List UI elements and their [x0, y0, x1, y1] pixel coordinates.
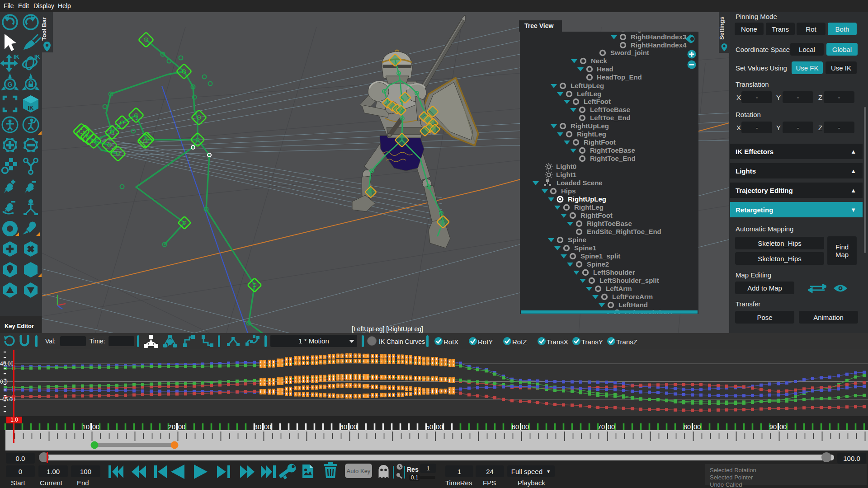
svg-text:Spine1: Spine1 — [574, 244, 596, 252]
svg-text:00: 00 — [436, 423, 443, 430]
svg-text:70: 70 — [598, 423, 605, 430]
svg-text:RightHandIndex4: RightHandIndex4 — [631, 41, 687, 49]
svg-text:RightToeBase: RightToeBase — [590, 146, 635, 154]
svg-text:Neck: Neck — [591, 57, 608, 65]
svg-text:LeftUpLeg: LeftUpLeg — [571, 82, 604, 89]
svg-text:LeftForeArm: LeftForeArm — [612, 293, 653, 300]
svg-text:Spine2: Spine2 — [587, 260, 609, 268]
svg-text:RightUpLeg: RightUpLeg — [568, 195, 606, 203]
svg-text:LeftShoulder: LeftShoulder — [593, 268, 635, 276]
svg-text:RightFoot: RightFoot — [584, 138, 616, 146]
svg-text:00: 00 — [178, 423, 185, 430]
svg-text:EndSite_RightToe_End: EndSite_RightToe_End — [587, 228, 661, 235]
svg-text:RightToeBase: RightToeBase — [587, 220, 632, 227]
svg-text:LeftLeg: LeftLeg — [577, 90, 601, 98]
svg-text:RightUpLeg: RightUpLeg — [571, 122, 609, 130]
svg-text:45.00: 45.00 — [0, 361, 14, 367]
svg-text:Hips: Hips — [561, 187, 576, 195]
svg-text:00: 00 — [264, 423, 271, 430]
svg-text:20: 20 — [168, 423, 175, 430]
svg-text:Spine1_split: Spine1_split — [580, 252, 620, 260]
svg-text:80: 80 — [684, 423, 691, 430]
svg-text:RightLeg: RightLeg — [574, 203, 604, 211]
svg-text:IK: IK — [28, 104, 34, 111]
svg-text:10: 10 — [82, 423, 90, 430]
svg-text:00: 00 — [522, 423, 529, 430]
svg-text:HeadTop_End: HeadTop_End — [597, 73, 642, 81]
svg-text:LeftArm: LeftArm — [606, 285, 632, 292]
svg-text:LeftShoulder_split: LeftShoulder_split — [599, 277, 659, 284]
svg-text:IK: IK — [14, 53, 20, 60]
svg-text:Spine: Spine — [568, 236, 586, 244]
svg-text:60: 60 — [512, 423, 519, 430]
svg-text:Light0: Light0 — [556, 163, 576, 170]
svg-text:0.0: 0.0 — [0, 379, 8, 385]
svg-text:RightLeg: RightLeg — [577, 130, 606, 138]
svg-text:Light1: Light1 — [556, 171, 576, 178]
svg-text:00: 00 — [92, 423, 99, 430]
svg-text:LeftToe_End: LeftToe_End — [590, 114, 631, 122]
svg-text:Loaded Scene: Loaded Scene — [557, 179, 603, 187]
svg-text:90: 90 — [769, 423, 777, 430]
svg-text:00: 00 — [693, 423, 701, 430]
svg-text:RightToe_End: RightToe_End — [590, 155, 636, 162]
svg-text:IK: IK — [34, 53, 41, 60]
svg-text:LeftHand: LeftHand — [618, 301, 648, 309]
svg-text:RightFoot: RightFoot — [580, 211, 613, 219]
svg-text:40: 40 — [340, 423, 347, 430]
svg-text:Head: Head — [597, 65, 613, 73]
svg-text:30: 30 — [254, 423, 261, 430]
svg-text:Sword_joint: Sword_joint — [610, 49, 649, 56]
svg-text:RightHandIndex2: RightHandIndex2 — [631, 32, 686, 33]
svg-text:RightHandIndex3: RightHandIndex3 — [631, 33, 686, 41]
svg-text:00: 00 — [779, 423, 787, 430]
svg-text:00: 00 — [608, 423, 615, 430]
svg-text:G: G — [8, 81, 13, 88]
svg-text:00: 00 — [350, 423, 357, 430]
svg-text:LeftFoot: LeftFoot — [584, 98, 611, 105]
svg-text:LeftToeBase: LeftToeBase — [590, 106, 630, 113]
svg-text:50: 50 — [426, 423, 433, 430]
